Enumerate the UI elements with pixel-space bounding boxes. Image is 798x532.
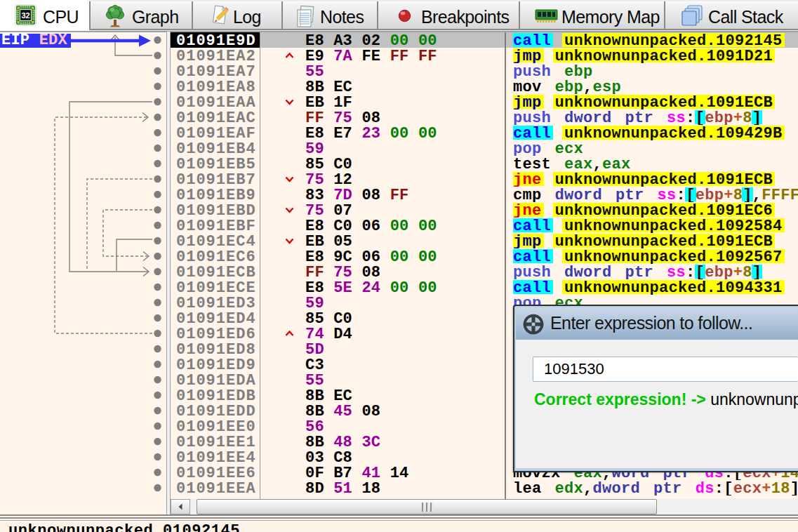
svg-text:32: 32 — [21, 11, 29, 20]
